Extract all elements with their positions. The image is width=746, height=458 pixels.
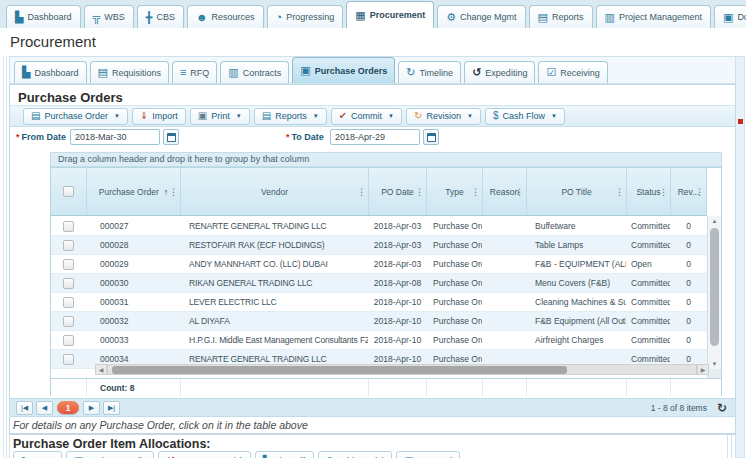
subtab-contracts[interactable]: ▥Contracts [220, 61, 289, 83]
cell-purchase-order: 000027 [87, 217, 181, 235]
header-status[interactable]: Status⋮ [627, 168, 671, 215]
purchase-order-button[interactable]: ▤Purchase Order▼ [23, 108, 128, 125]
column-menu-icon[interactable]: ⋮ [357, 187, 366, 197]
table-row[interactable]: 000033 H.P.G.I. Middle East Management C… [51, 331, 707, 350]
cell-po-title: F&B - EQUIPMENT (ALL OUTLETS) [527, 255, 627, 273]
to-excel-button[interactable]: ▥To Excel [396, 451, 459, 458]
row-checkbox[interactable] [63, 221, 74, 232]
remove-items-button[interactable]: ✘Remove Item(s) [158, 451, 250, 458]
table-row[interactable]: 000030 RIKAN GENERAL TRADING LLC 2018-Ap… [51, 274, 707, 293]
scroll-right-icon[interactable]: ▶ [697, 364, 709, 375]
subtab-receiving[interactable]: ☑Receiving [538, 61, 607, 83]
subtab-label: RFQ [190, 68, 209, 78]
pager-prev-button[interactable]: ◀ [36, 401, 53, 415]
tab-change-mgmt[interactable]: ⚙Change Mgmt [437, 5, 525, 28]
cell-po-title: Table Lamps [527, 236, 627, 254]
header-po-date[interactable]: PO Date⋮ [369, 168, 427, 215]
header-po-title[interactable]: PO Title⋮ [527, 168, 627, 215]
column-menu-icon[interactable]: ⋮ [695, 187, 704, 197]
page-scrollbar[interactable] [735, 56, 745, 458]
row-checkbox[interactable] [63, 316, 74, 327]
subtab-rfq[interactable]: ≡RFQ [172, 61, 217, 83]
tab-label: Documents [737, 12, 746, 22]
subtab-purchase-orders[interactable]: ▣Purchase Orders [292, 57, 395, 83]
header-select-all[interactable] [51, 168, 87, 215]
row-checkbox[interactable] [63, 297, 74, 308]
from-date-calendar-button[interactable] [163, 129, 179, 145]
pager-next-button[interactable]: ▶ [83, 401, 100, 415]
table-row[interactable]: 000031 LEVER ELECTRIC LLC 2018-Apr-10 Pu… [51, 293, 707, 312]
tab-cbs[interactable]: ╋CBS [137, 5, 184, 28]
allocations-title: Purchase Order Item Allocations: [13, 437, 211, 451]
add-items-button[interactable]: ⊕Add Item(s) [318, 451, 393, 458]
grid-vertical-scrollbar[interactable]: ▲ ▼ [707, 216, 721, 369]
row-checkbox[interactable] [63, 259, 74, 270]
print-button[interactable]: ▣Print▼ [190, 108, 250, 125]
subtab-requisitions[interactable]: ▤Requisitions [90, 61, 169, 83]
table-row[interactable]: 000027 RENARTE GENERAL TRADING LLC 2018-… [51, 217, 707, 236]
revision-button[interactable]: ↻Revision▼ [406, 108, 481, 125]
tab-documents[interactable]: ▣Documents [714, 5, 746, 28]
to-date-input[interactable] [330, 129, 420, 145]
tab-procurement[interactable]: ▦Procurement [346, 1, 434, 28]
row-checkbox[interactable] [63, 240, 74, 251]
subtab-label: Timeline [419, 68, 453, 78]
save-button[interactable]: ↻Save [13, 451, 62, 458]
scroll-up-icon[interactable]: ▲ [708, 218, 721, 224]
timeline-clock-icon: ↻ [406, 67, 415, 78]
header-reason[interactable]: Reason⋮ [483, 168, 527, 215]
select-all-checkbox[interactable] [63, 186, 74, 197]
cell-purchase-order: 000030 [87, 274, 181, 292]
subtab-expediting[interactable]: ↺Expediting [464, 61, 535, 83]
subtab-timeline[interactable]: ↻Timeline [398, 61, 461, 83]
tab-dashboard[interactable]: ▙Dashboard [6, 5, 81, 28]
refresh-icon[interactable]: ↻ [717, 402, 727, 414]
reports-button[interactable]: ▤Reports▼ [254, 108, 327, 125]
tab-project-management[interactable]: ▥Project Management [596, 5, 711, 28]
from-date-input[interactable] [70, 129, 160, 145]
subtab-dashboard[interactable]: ▙Dashboard [14, 61, 87, 83]
line-fill-button[interactable]: ▙Line Fill [255, 451, 314, 458]
row-checkbox[interactable] [63, 278, 74, 289]
column-menu-icon[interactable]: ⋮ [169, 187, 178, 197]
commit-button[interactable]: ✔Commit▼ [331, 108, 402, 125]
pager-first-button[interactable]: |◀ [16, 401, 33, 415]
table-row[interactable]: 000028 RESTOFAIR RAK (ECF HOLDINGS) 2018… [51, 236, 707, 255]
pager-last-button[interactable]: ▶| [103, 401, 120, 415]
table-row[interactable]: 000029 ANDY MANNHART CO. (LLC) DUBAI 201… [51, 255, 707, 274]
tab-wbs[interactable]: ╦WBS [84, 5, 134, 28]
header-rev[interactable]: Rev...⋮ [671, 168, 707, 215]
row-checkbox[interactable] [63, 335, 74, 346]
group-by-drop-zone[interactable]: Drag a column header and drop it here to… [50, 152, 722, 167]
tab-label: WBS [104, 12, 125, 22]
column-menu-icon[interactable]: ⋮ [615, 187, 624, 197]
table-row[interactable]: 000032 AL DIYAFA 2018-Apr-10 Purchase Or… [51, 312, 707, 331]
column-menu-icon[interactable]: ⋮ [471, 187, 480, 197]
from-date-label: *From Date [16, 132, 66, 142]
scroll-left-icon[interactable]: ◀ [95, 364, 107, 375]
column-menu-icon[interactable]: ⋮ [515, 187, 524, 197]
sub-tab-bar: ▙Dashboard ▤Requisitions ≡RFQ ▥Contracts… [9, 56, 736, 84]
row-checkbox[interactable] [63, 354, 74, 365]
vertical-scroll-thumb[interactable] [710, 228, 719, 346]
cash-flow-button[interactable]: $Cash Flow▼ [485, 108, 565, 125]
tab-progressing[interactable]: ◔Progressing [267, 5, 344, 28]
column-menu-icon[interactable]: ⋮ [659, 187, 668, 197]
tab-resources[interactable]: ☻Resources [187, 5, 264, 28]
grid-horizontal-scrollbar[interactable]: ◀ ▶ [95, 364, 709, 375]
button-label: Revision [426, 111, 461, 121]
tab-reports[interactable]: ▤Reports [529, 5, 593, 28]
to-date-calendar-button[interactable] [423, 129, 439, 145]
current-page-badge[interactable]: 1 [57, 401, 79, 414]
header-purchase-order[interactable]: Purchase Order↑⋮ [87, 168, 181, 215]
header-vendor[interactable]: Vendor⋮ [181, 168, 369, 215]
header-type[interactable]: Type⋮ [427, 168, 483, 215]
calendar-icon [167, 133, 176, 142]
update-details-button[interactable]: ▤Update Details [66, 451, 155, 458]
scroll-down-icon[interactable]: ▼ [708, 361, 721, 367]
horizontal-scroll-thumb[interactable] [112, 366, 567, 374]
revision-icon: ↻ [414, 111, 422, 121]
column-menu-icon[interactable]: ⋮ [415, 187, 424, 197]
import-button[interactable]: ⇓Import [132, 108, 186, 125]
horizontal-scroll-track[interactable] [107, 364, 697, 375]
